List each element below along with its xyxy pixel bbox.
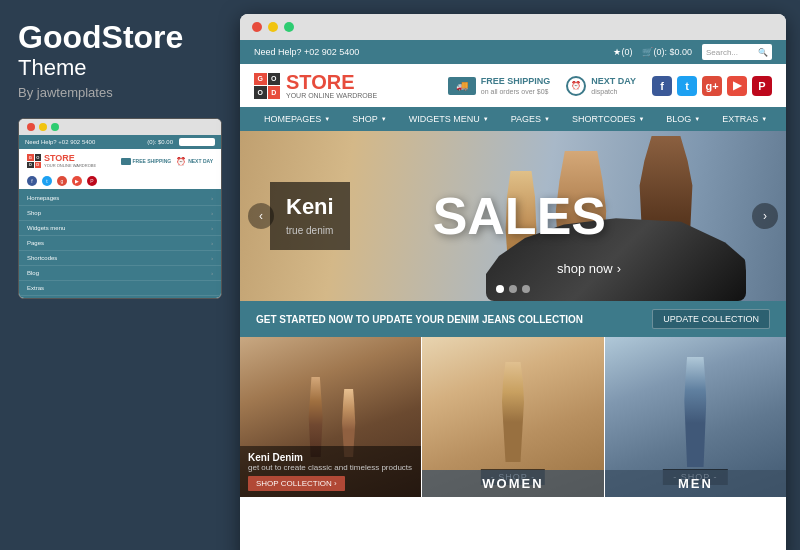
- mini-free-shipping: FREE SHIPPING: [133, 158, 172, 164]
- cart-text[interactable]: 🛒(0): $0.00: [642, 47, 692, 57]
- mini-truck-icon: [121, 158, 131, 165]
- logo-cell-o1: O: [268, 73, 281, 86]
- mini-ship-item-1: FREE SHIPPING: [121, 157, 172, 166]
- browser-dot-yellow: [268, 22, 278, 32]
- store-nav: HOMEPAGES▼ SHOP▼ WIDGETS MENU▼ PAGES▼ SH…: [240, 107, 786, 131]
- product-card-men[interactable]: - SHOP - MEN: [605, 337, 786, 497]
- nav-extras[interactable]: EXTRAS▼: [712, 107, 777, 131]
- nav-arrow: ▼: [638, 116, 644, 122]
- hero-sales-text: SALES: [433, 186, 606, 246]
- shipping-text: FREE SHIPPING on all orders over $0$: [481, 76, 551, 96]
- brand-subtitle: Theme: [18, 55, 222, 81]
- mini-clock-icon: ⏰: [176, 157, 186, 166]
- hero-shop-now[interactable]: shop now ›: [557, 261, 621, 276]
- mini-nav-extras[interactable]: Extras: [19, 281, 221, 296]
- hero-slider: Keni true denim SALES shop now › ‹ ›: [240, 131, 786, 301]
- nextday-sub: dispatch: [591, 88, 617, 95]
- logo-grid: G O O D: [254, 73, 280, 99]
- mini-dot-yellow: [39, 123, 47, 131]
- browser-dot-red: [252, 22, 262, 32]
- pinterest-icon[interactable]: P: [752, 76, 772, 96]
- truck-icon: 🚚: [448, 77, 476, 95]
- update-collection-button[interactable]: UPDATE COLLECTION: [652, 309, 770, 329]
- mini-tw-icon: t: [42, 176, 52, 186]
- mini-dot-green: [51, 123, 59, 131]
- facebook-icon[interactable]: f: [652, 76, 672, 96]
- mini-arrow: ›: [211, 225, 213, 231]
- mini-nav-shop[interactable]: Shop›: [19, 206, 221, 221]
- nextday-text: NEXT DAY dispatch: [591, 76, 636, 96]
- logo-cell-g: G: [254, 73, 267, 86]
- hero-dot-2[interactable]: [509, 285, 517, 293]
- product-card-women[interactable]: - SHOP - WOMEN: [422, 337, 603, 497]
- mini-arrow: ›: [211, 240, 213, 246]
- mini-nav-shortcodes[interactable]: Shortcodes›: [19, 251, 221, 266]
- shop-collection-button[interactable]: SHOP COLLECTION ›: [248, 476, 345, 491]
- hero-text-overlay: Keni true denim: [270, 182, 350, 250]
- store-topbar: Need Help? +02 902 5400 ★(0) 🛒(0): $0.00…: [240, 40, 786, 64]
- mini-shipping-info: FREE SHIPPING ⏰ NEXT DAY: [121, 157, 213, 166]
- banner-bar: GET STARTED NOW TO UPDATE YOUR DENIM JEA…: [240, 301, 786, 337]
- nav-blog[interactable]: BLOG▼: [656, 107, 710, 131]
- mini-nav-widgets[interactable]: Widgets menu›: [19, 221, 221, 236]
- shipping-item-next: ⏰ NEXT DAY dispatch: [566, 76, 636, 96]
- mini-nav-blog[interactable]: Blog›: [19, 266, 221, 281]
- search-placeholder: Search...: [706, 48, 738, 57]
- mini-titlebar: [19, 119, 221, 135]
- mini-nav-homepages[interactable]: Homepages›: [19, 191, 221, 206]
- search-box[interactable]: Search... 🔍: [702, 44, 772, 60]
- googleplus-icon[interactable]: g+: [702, 76, 722, 96]
- youtube-icon[interactable]: ▶: [727, 76, 747, 96]
- store-logo-area: G O O D STORE YOUR ONLINE WARDROBE 🚚 FRE…: [240, 64, 786, 107]
- nav-shop[interactable]: SHOP▼: [342, 107, 396, 131]
- nav-widgets[interactable]: WIDGETS MENU▼: [399, 107, 499, 131]
- mini-logo-g: G: [27, 154, 34, 161]
- mini-store-text: STORE: [44, 154, 96, 163]
- search-icon[interactable]: 🔍: [758, 48, 768, 57]
- free-shipping-label: FREE SHIPPING: [481, 76, 551, 86]
- mini-nav-pages[interactable]: Pages›: [19, 236, 221, 251]
- figure-man: [668, 357, 723, 467]
- brand-by: By jawtemplates: [18, 85, 222, 100]
- nav-arrow: ▼: [694, 116, 700, 122]
- store-shipping-area: 🚚 FREE SHIPPING on all orders over $0$ ⏰…: [448, 76, 772, 96]
- mini-dot-red: [27, 123, 35, 131]
- hero-dot-1[interactable]: [496, 285, 504, 293]
- brand-title: GoodStore: [18, 20, 222, 55]
- mini-arrow: ›: [211, 210, 213, 216]
- mini-arrow: ›: [211, 195, 213, 201]
- product-card-keni[interactable]: Keni Denim get out to create classic and…: [240, 337, 421, 497]
- wishlist-text[interactable]: ★(0): [613, 47, 632, 57]
- mini-wardrobe-text: YOUR ONLINE WARDROBE: [44, 163, 96, 168]
- mini-logo-box: G O O D STORE YOUR ONLINE WARDROBE: [27, 154, 96, 168]
- mini-store-label: STORE YOUR ONLINE WARDROBE: [44, 154, 96, 168]
- gender-label-women: WOMEN: [422, 470, 603, 497]
- shipping-sub: on all orders over $0$: [481, 88, 549, 95]
- figure-woman: [488, 362, 538, 462]
- nav-shortcodes[interactable]: SHORTCODES▼: [562, 107, 654, 131]
- nav-homepages[interactable]: HOMEPAGES▼: [254, 107, 340, 131]
- mini-topbar: Need Help? +02 902 5400 (0): $0.00: [19, 135, 221, 149]
- mini-next-day: NEXT DAY: [188, 158, 213, 164]
- mini-arrow: ›: [211, 255, 213, 261]
- mini-gp-icon: g: [57, 176, 67, 186]
- hero-next-button[interactable]: ›: [752, 203, 778, 229]
- browser-titlebar: [240, 14, 786, 40]
- nav-pages[interactable]: PAGES▼: [501, 107, 560, 131]
- mini-cart-area: (0): $0.00: [147, 138, 215, 146]
- mini-help-text: Need Help? +02 902 5400: [25, 139, 95, 145]
- shipping-item-free: 🚚 FREE SHIPPING on all orders over $0$: [448, 76, 551, 96]
- logo-text-area: STORE YOUR ONLINE WARDROBE: [286, 72, 377, 99]
- logo-cell-d: D: [268, 86, 281, 99]
- twitter-icon[interactable]: t: [677, 76, 697, 96]
- mini-pi-icon: P: [87, 176, 97, 186]
- right-panel: Need Help? +02 902 5400 ★(0) 🛒(0): $0.00…: [240, 14, 786, 550]
- mini-logo-o2: O: [27, 162, 34, 169]
- mini-cart-text: (0): $0.00: [147, 139, 173, 145]
- mini-nav: Homepages› Shop› Widgets menu› Pages› Sh…: [19, 189, 221, 298]
- logo-store-text: STORE: [286, 72, 377, 92]
- hero-prev-button[interactable]: ‹: [248, 203, 274, 229]
- banner-text: GET STARTED NOW TO UPDATE YOUR DENIM JEA…: [256, 314, 583, 325]
- hero-dot-3[interactable]: [522, 285, 530, 293]
- store-logo-left: G O O D STORE YOUR ONLINE WARDROBE: [254, 72, 377, 99]
